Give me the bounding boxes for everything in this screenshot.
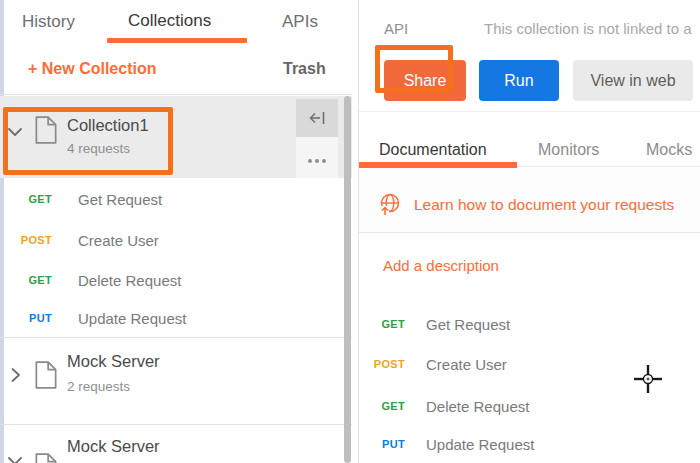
request-name: Get Request (78, 191, 162, 208)
doc-request-item[interactable]: GET Get Request (359, 310, 700, 338)
folder-name: Mock Server (67, 352, 160, 371)
run-button[interactable]: Run (479, 60, 559, 101)
tab-monitors[interactable]: Monitors (538, 141, 599, 159)
request-name: Delete Request (78, 272, 181, 289)
sidebar-tab-collections[interactable]: Collections (128, 11, 211, 31)
method-badge: PUT (373, 438, 405, 450)
request-item[interactable]: GET Get Request (0, 185, 352, 213)
doc-request-item[interactable]: GET Delete Request (359, 392, 700, 420)
folder-icon (33, 452, 59, 463)
doc-request-item[interactable]: PUT Update Request (359, 430, 700, 458)
sidebar-scrollbar[interactable] (344, 96, 351, 463)
method-badge: GET (20, 274, 52, 286)
add-description-link[interactable]: Add a description (383, 257, 499, 274)
method-badge: POST (373, 358, 405, 370)
sidebar: History Collections APIs + New Collectio… (0, 0, 352, 463)
active-tab-underline (359, 162, 517, 168)
sidebar-tab-apis[interactable]: APIs (282, 12, 318, 32)
collapse-sidebar-button[interactable] (296, 99, 338, 137)
chevron-down-icon[interactable] (7, 455, 23, 463)
chevron-right-icon[interactable] (10, 367, 21, 383)
api-label: API (384, 20, 408, 37)
globe-publish-icon (378, 192, 402, 216)
learn-documentation-link[interactable]: Learn how to document your requests (414, 196, 674, 214)
share-button[interactable]: Share (384, 60, 466, 101)
doc-request-item[interactable]: POST Create User (359, 350, 700, 378)
sidebar-tab-history[interactable]: History (22, 12, 75, 32)
postman-window: History Collections APIs + New Collectio… (0, 0, 700, 463)
documentation-banner: Learn how to document your requests (359, 167, 700, 233)
collapse-arrow-icon (307, 109, 327, 127)
method-badge: GET (373, 318, 405, 330)
collection-options-button[interactable] (296, 137, 338, 178)
three-dots-icon (307, 149, 328, 167)
method-badge: PUT (20, 312, 52, 324)
divider (0, 337, 352, 338)
main-panel: API This collection is not linked to a S… (358, 0, 700, 463)
divider (0, 94, 352, 95)
collection-folder-icon (33, 115, 59, 145)
request-item[interactable]: GET Delete Request (0, 266, 352, 294)
request-name: Create User (78, 232, 159, 249)
request-name: Create User (426, 356, 507, 373)
active-tab-underline (107, 38, 247, 43)
trash-button[interactable]: Trash (283, 60, 326, 78)
view-in-web-button[interactable]: View in web (573, 60, 693, 101)
request-item[interactable]: POST Create User (0, 226, 352, 254)
divider (0, 424, 352, 425)
request-name: Update Request (78, 310, 186, 327)
folder-icon (33, 360, 59, 390)
divider (359, 111, 700, 112)
method-badge: GET (20, 193, 52, 205)
collection-row[interactable]: Collection1 4 requests (0, 96, 352, 178)
collection-name[interactable]: Collection1 (67, 116, 149, 135)
collection-request-count: 4 requests (67, 141, 130, 156)
request-name: Get Request (426, 316, 510, 333)
request-name: Delete Request (426, 398, 529, 415)
method-badge: POST (20, 234, 52, 246)
new-collection-button[interactable]: + New Collection (28, 60, 156, 78)
tab-documentation[interactable]: Documentation (379, 141, 487, 159)
chevron-down-icon[interactable] (7, 126, 23, 138)
request-item[interactable]: PUT Update Request (0, 304, 352, 332)
request-name: Update Request (426, 436, 534, 453)
folder-name: Mock Server (67, 437, 160, 456)
folder-request-count: 2 requests (67, 379, 130, 394)
method-badge: GET (373, 400, 405, 412)
tab-mocks[interactable]: Mocks (646, 141, 692, 159)
api-link-status: This collection is not linked to a (484, 20, 692, 37)
